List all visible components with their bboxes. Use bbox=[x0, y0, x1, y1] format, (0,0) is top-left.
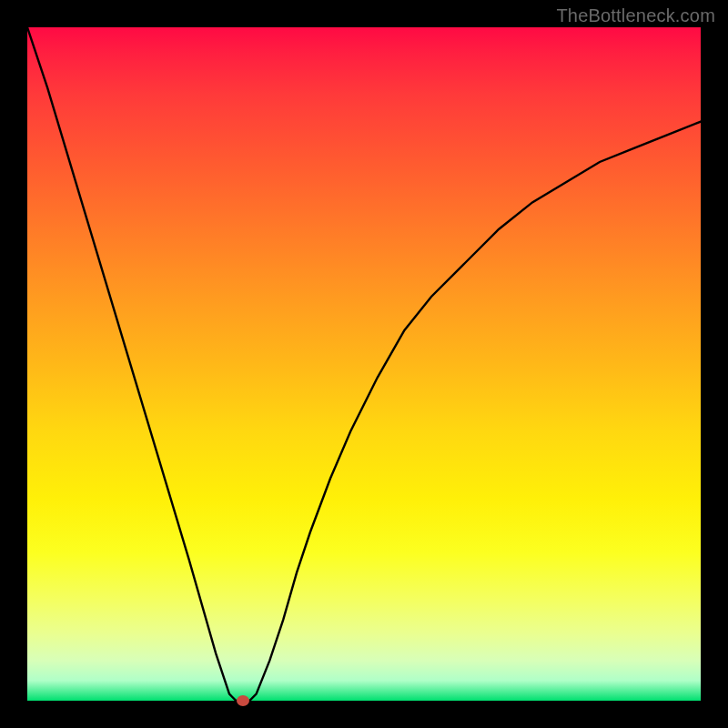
bottleneck-curve-path bbox=[27, 27, 701, 701]
curve-layer bbox=[27, 27, 701, 701]
watermark-text: TheBottleneck.com bbox=[556, 5, 715, 26]
bottleneck-chart: TheBottleneck.com bbox=[0, 0, 728, 728]
optimum-marker bbox=[237, 695, 249, 706]
plot-area bbox=[27, 27, 701, 701]
